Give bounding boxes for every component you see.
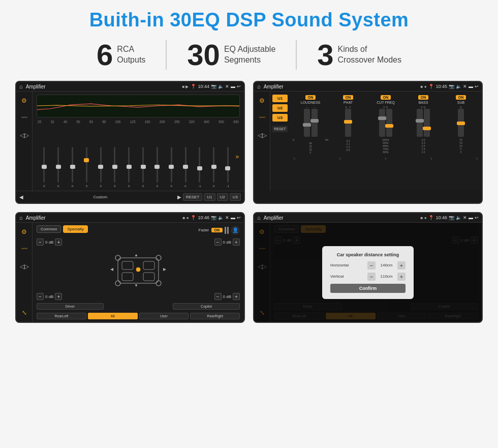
fader-vol-icon[interactable]: ◁▷	[19, 261, 29, 272]
svg-point-9	[115, 281, 120, 286]
db-val-tr: 0 dB	[223, 240, 231, 245]
eq-icon[interactable]: ⚙	[19, 96, 29, 106]
cam-icon-2: 📷	[449, 84, 454, 89]
fader-expand-icon[interactable]: ⤡	[19, 308, 29, 318]
cutfreq-label: CUT FREQ	[377, 101, 395, 104]
module-cutfreq: ON CUT FREQ F G 100Hz 90Hz	[368, 95, 403, 154]
fader-status-bar: ⌂ Amplifier ■ ● 📍 10:46 📷 🔈 ✕ ▬ ↩	[16, 213, 244, 223]
dialog-status-icons: 📍 10:46 📷 🔈 ✕ ▬ ↩	[428, 215, 479, 220]
x-icon-3: ✕	[225, 215, 229, 220]
crossover-status-icons: 📍 10:45 📷 🔈 ✕ ▬ ↩	[428, 84, 479, 89]
svg-point-10	[156, 281, 161, 286]
eq-controls: ◀ Custom ▶ RESET U1 U2 U3	[16, 191, 244, 203]
preset-u3[interactable]: U3	[272, 114, 288, 122]
u2-button[interactable]: U2	[217, 193, 228, 201]
home-icon-2: ⌂	[257, 83, 261, 89]
eq-media-icons: ■ ▶	[182, 84, 189, 89]
horizontal-ctrl: − 140cm +	[367, 261, 406, 270]
db-val-br: 0 dB	[223, 294, 231, 299]
battery-icon: ▬	[231, 84, 235, 89]
fader-label: Fader	[199, 228, 209, 232]
volume-icon: 🔈	[218, 84, 224, 89]
stat-crossover-number: 3	[317, 40, 333, 70]
crossover-vol-icon[interactable]: ◁▷	[257, 130, 267, 140]
volume-side-icon[interactable]: ◁▷	[19, 130, 29, 140]
eq-time: 10:44	[198, 84, 209, 89]
stat-rca: 6 RCAOutputs	[76, 40, 167, 70]
db-plus-br[interactable]: +	[233, 293, 240, 300]
crossover-controls: ON LOUDNESS ~ ~	[290, 92, 482, 191]
fader-content: ⚙ 〰 ◁▷ ⤡ Common Specialty Fader ON	[16, 223, 244, 322]
home-icon-3: ⌂	[19, 215, 23, 221]
fader-person-icon: 👤	[231, 226, 240, 235]
db-ctrl-tl: − 0 dB +	[37, 238, 62, 246]
back-icon-4: ↩	[475, 215, 479, 220]
eq-content: ⚙ 〰 ◁▷ 253240506	[16, 92, 244, 191]
fader-eq-icon[interactable]: ⚙	[19, 227, 29, 237]
crossover-reset[interactable]: RESET	[272, 126, 288, 132]
vertical-minus[interactable]: −	[367, 273, 376, 281]
slider-4: 5	[80, 147, 93, 188]
wave-icon[interactable]: 〰	[19, 113, 29, 123]
slider-3: 0	[66, 147, 79, 188]
preset-u1[interactable]: U1	[272, 95, 288, 102]
eq-graph	[37, 95, 240, 117]
dialog-time: 10:46	[435, 215, 447, 220]
cam-icon-4: 📷	[449, 215, 454, 220]
confirm-button[interactable]: Confirm	[330, 284, 406, 293]
back-icon-2: ↩	[475, 84, 479, 89]
db-minus-bl[interactable]: −	[37, 293, 44, 300]
x-icon: ✕	[225, 84, 229, 89]
expand-icon[interactable]: »	[235, 153, 239, 160]
eq-side-icons: ⚙ 〰 ◁▷	[16, 92, 33, 191]
db-minus-tl[interactable]: −	[37, 238, 44, 246]
svg-point-6	[136, 267, 140, 272]
fader-media-icons: ■ ●	[183, 216, 189, 220]
preset-u2[interactable]: U2	[272, 104, 288, 112]
crossover-status-bar: ⌂ Amplifier ■ ● 📍 10:45 📷 🔈 ✕ ▬ ↩	[254, 82, 482, 92]
crossover-wave-icon[interactable]: 〰	[257, 113, 267, 123]
db-plus-tl[interactable]: +	[55, 238, 62, 246]
rearleft-btn[interactable]: RearLeft	[37, 313, 86, 319]
stat-crossover-text: Kinds ofCrossover Modes	[338, 44, 401, 66]
reset-button[interactable]: RESET	[183, 193, 203, 201]
db-minus-tr[interactable]: −	[214, 238, 222, 246]
svg-text:▲: ▲	[134, 253, 138, 257]
horizontal-row: Horizontal − 140cm +	[330, 261, 406, 270]
user-btn[interactable]: User	[139, 313, 189, 319]
horizontal-plus[interactable]: +	[397, 261, 406, 270]
phat-on-badge: ON	[343, 95, 354, 100]
prev-button[interactable]: ◀	[19, 194, 23, 200]
crossover-content: ⚙ 〰 ◁▷ U1 U2 U3 RESET ON LOUDNESS	[254, 92, 482, 191]
vertical-plus[interactable]: +	[397, 273, 406, 281]
slider-10: 0	[165, 147, 178, 188]
fader-on-toggle[interactable]: ON	[211, 228, 223, 232]
crossover-eq-icon[interactable]: ⚙	[257, 96, 267, 106]
rearright-btn[interactable]: RearRight	[190, 313, 240, 319]
slider-6: 0	[108, 147, 121, 188]
horizontal-minus[interactable]: −	[367, 261, 376, 270]
common-tab[interactable]: Common	[37, 225, 61, 233]
next-button[interactable]: ▶	[177, 194, 181, 200]
driver-btn[interactable]: Driver	[37, 303, 104, 310]
db-plus-bl[interactable]: +	[55, 293, 62, 300]
db-ctrl-bl: − 0 dB +	[37, 293, 62, 300]
u3-button[interactable]: U3	[230, 193, 241, 201]
copilot-btn[interactable]: Copilot	[173, 303, 240, 310]
module-sub: ON SUB G 20 15 10 5 0	[443, 95, 479, 154]
all-btn[interactable]: All	[88, 313, 138, 319]
fader-time: 10:46	[198, 215, 209, 220]
eq-screen: ⌂ Amplifier ■ ▶ 📍 10:44 📷 🔈 ✕ ▬ ↩ ⚙ 〰 ◁▷	[15, 81, 245, 204]
x-icon-4: ✕	[463, 215, 467, 220]
db-plus-tr[interactable]: +	[233, 238, 240, 246]
specialty-tab[interactable]: Specialty	[63, 225, 87, 233]
phat-label: PHAT	[344, 101, 353, 104]
cam-icon-3: 📷	[211, 215, 216, 220]
u1-button[interactable]: U1	[204, 193, 215, 201]
fader-wave-icon[interactable]: 〰	[19, 244, 29, 254]
db-val-tl: 0 dB	[45, 240, 53, 245]
eq-app-title: Amplifier	[26, 84, 180, 89]
fader-area: Common Specialty Fader ON 👤	[33, 223, 244, 322]
db-minus-br[interactable]: −	[214, 293, 222, 300]
module-phat: ON PHAT G F 3.02.11.30.5	[330, 95, 366, 154]
